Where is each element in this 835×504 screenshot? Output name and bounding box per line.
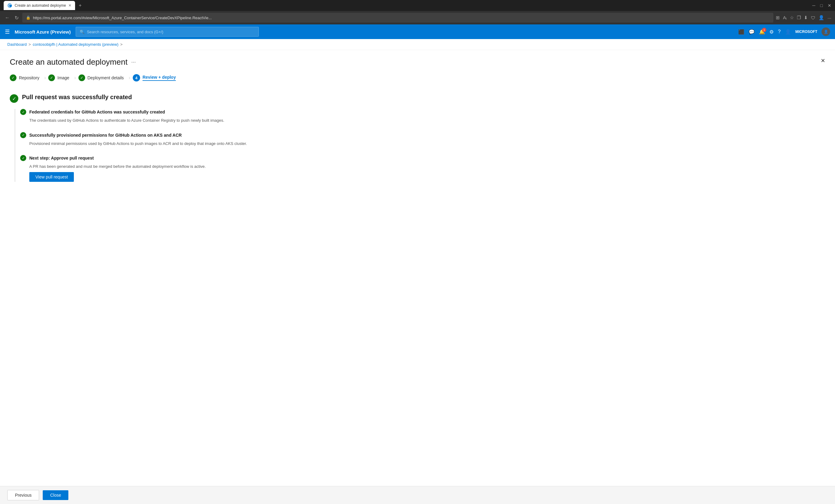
url-text: https://ms.portal.azure.com/#view/Micros… — [33, 16, 212, 20]
azure-logo-text: Microsoft Azure (Preview) — [15, 29, 71, 35]
step-sep-2: › — [74, 75, 76, 81]
more-options-icon[interactable]: ··· — [131, 59, 136, 65]
edge-icon — [7, 3, 12, 8]
sub-item-title-2: Successfully provisioned permissions for… — [29, 133, 182, 138]
previous-button[interactable]: Previous — [7, 490, 39, 500]
tab-title: Create an automated deployme — [15, 3, 66, 8]
feedback-icon[interactable]: 💬 — [749, 29, 755, 35]
close-panel-button[interactable]: ✕ — [821, 57, 825, 64]
window-controls: ─ □ ✕ — [812, 3, 831, 8]
breadcrumb-sep-1: > — [29, 42, 31, 47]
lock-icon: 🔒 — [26, 16, 30, 20]
avatar[interactable]: 👤 — [821, 27, 830, 36]
browser-tab[interactable]: Create an automated deployme ✕ — [4, 1, 75, 10]
cloud-shell-icon[interactable]: ⬛ — [738, 29, 745, 35]
step-label-repository: Repository — [19, 75, 39, 80]
sub-item-desc-1: The credentials used by GitHub Actions t… — [29, 118, 825, 124]
collections-icon[interactable]: ❐ — [797, 15, 801, 20]
sub-item-desc-3: A PR has been generated and must be merg… — [29, 164, 825, 170]
step-sep-3: › — [129, 75, 130, 81]
breadcrumb-cluster[interactable]: contosobipfh | Automated deployments (pr… — [33, 42, 118, 47]
close-window-button[interactable]: ✕ — [828, 3, 831, 8]
azure-search-box[interactable]: 🔍 Search resources, services, and docs (… — [76, 27, 259, 37]
download-icon[interactable]: ⬇ — [804, 15, 808, 20]
step-deployment-details[interactable]: ✓ Deployment details — [78, 72, 129, 84]
breadcrumb-sep-2: > — [120, 42, 123, 47]
sub-icon-3: ✓ — [20, 155, 26, 161]
sub-item-header-2: ✓ Successfully provisioned permissions f… — [20, 132, 825, 138]
shield-icon[interactable]: 🛡 — [811, 15, 815, 20]
sub-icon-1: ✓ — [20, 109, 26, 115]
step-image[interactable]: ✓ Image — [48, 72, 74, 84]
steps-row: ✓ Repository › ✓ Image › ✓ Deployment de… — [10, 72, 825, 84]
sub-icon-2: ✓ — [20, 132, 26, 138]
step-sep-1: › — [44, 75, 46, 81]
sub-items-list: ✓ Federated credentials for GitHub Actio… — [15, 109, 825, 182]
profile-icon[interactable]: 👤 — [818, 15, 824, 20]
sub-item-federated-creds: ✓ Federated credentials for GitHub Actio… — [20, 109, 825, 124]
page-title-row: Create an automated deployment ··· — [10, 57, 825, 67]
maximize-button[interactable]: □ — [820, 3, 823, 8]
notification-icon[interactable]: 🔔 1 — [759, 29, 765, 35]
minimize-button[interactable]: ─ — [812, 3, 815, 8]
success-main-title: Pull request was successfully created — [22, 94, 132, 101]
grid-icon[interactable]: ⊞ — [776, 15, 780, 20]
sub-item-title-3: Next step: Approve pull request — [29, 155, 94, 161]
sub-item-header-3: ✓ Next step: Approve pull request — [20, 155, 825, 161]
content-area: Create an automated deployment ··· ✕ ✓ R… — [0, 50, 835, 486]
step-check-deployment: ✓ — [78, 75, 85, 81]
address-bar[interactable]: 🔒 https://ms.portal.azure.com/#view/Micr… — [22, 13, 773, 23]
notification-badge: 1 — [762, 28, 766, 32]
step-check-repository: ✓ — [10, 75, 17, 81]
tab-close-btn[interactable]: ✕ — [68, 3, 72, 8]
main-container: Dashboard > contosobipfh | Automated dep… — [0, 39, 835, 504]
step-review-deploy[interactable]: 4 Review + deploy — [133, 72, 181, 84]
user-icon[interactable]: 👤 — [785, 29, 791, 35]
azure-header: ☰ Microsoft Azure (Preview) 🔍 Search res… — [0, 24, 835, 39]
browser-chrome: Create an automated deployme ✕ + ─ □ ✕ ←… — [0, 0, 835, 24]
sub-item-desc-2: Provisioned minimal permissions used by … — [29, 141, 825, 147]
search-icon: 🔍 — [80, 29, 84, 34]
settings-icon[interactable]: ⚙ — [769, 29, 774, 35]
step-repository[interactable]: ✓ Repository — [10, 72, 44, 84]
help-icon[interactable]: ? — [778, 29, 781, 35]
close-button[interactable]: Close — [43, 490, 68, 500]
read-icon[interactable]: Aᵢ — [783, 15, 787, 20]
step-label-image: Image — [57, 75, 69, 80]
success-main-icon: ✓ — [10, 94, 18, 103]
sub-item-permissions: ✓ Successfully provisioned permissions f… — [20, 132, 825, 147]
breadcrumb-dashboard[interactable]: Dashboard — [7, 42, 27, 47]
user-label: MICROSOFT — [795, 29, 817, 34]
step-check-image: ✓ — [48, 75, 55, 81]
browser-toolbar: ← ↻ 🔒 https://ms.portal.azure.com/#view/… — [0, 11, 835, 24]
footer: Previous Close — [0, 486, 835, 504]
breadcrumb: Dashboard > contosobipfh | Automated dep… — [0, 39, 835, 50]
browser-titlebar: Create an automated deployme ✕ + ─ □ ✕ — [0, 0, 835, 11]
success-main: ✓ Pull request was successfully created — [10, 94, 825, 103]
step-label-review: Review + deploy — [143, 75, 176, 81]
header-right: ⬛ 💬 🔔 1 ⚙ ? 👤 MICROSOFT 👤 — [738, 27, 830, 36]
back-button[interactable]: ← — [4, 14, 11, 22]
sub-item-title-1: Federated credentials for GitHub Actions… — [29, 109, 165, 114]
page-title: Create an automated deployment — [10, 57, 127, 67]
step-label-deployment: Deployment details — [87, 75, 124, 80]
sub-item-next-step: ✓ Next step: Approve pull request A PR h… — [20, 155, 825, 182]
new-tab-button[interactable]: + — [79, 3, 81, 8]
more-icon[interactable]: ··· — [827, 15, 831, 20]
view-pull-request-button[interactable]: View pull request — [29, 172, 74, 182]
refresh-button[interactable]: ↻ — [14, 14, 20, 22]
hamburger-menu[interactable]: ☰ — [5, 28, 10, 35]
toolbar-actions: ⊞ Aᵢ ☆ ❐ ⬇ 🛡 👤 ··· — [776, 15, 831, 20]
star-icon[interactable]: ☆ — [790, 15, 794, 20]
sub-item-header-1: ✓ Federated credentials for GitHub Actio… — [20, 109, 825, 115]
step-number-review: 4 — [133, 74, 140, 81]
search-placeholder: Search resources, services, and docs (G+… — [87, 29, 163, 34]
